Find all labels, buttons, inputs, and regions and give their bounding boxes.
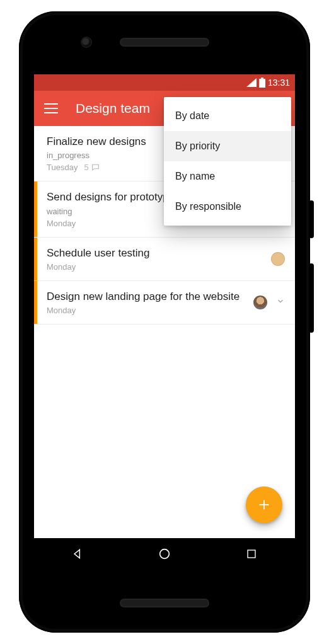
android-nav-bar [34,538,295,570]
expand-icon[interactable] [276,297,285,308]
recents-button[interactable] [233,544,270,564]
status-time: 13:31 [268,78,290,88]
status-bar: 13:31 [34,74,295,91]
sort-option-name[interactable]: By name [164,161,291,192]
task-day: Monday [47,262,76,272]
svg-point-4 [160,549,170,559]
svg-rect-5 [248,550,255,558]
task-day: Monday [47,306,76,315]
task-row[interactable]: Design new landing page for the website … [34,281,295,325]
add-button[interactable] [246,486,282,523]
plus-icon [257,498,271,512]
sort-option-priority[interactable]: By priority [164,131,291,161]
menu-icon[interactable] [44,103,58,113]
sort-option-date[interactable]: By date [164,101,291,131]
comment-icon [91,163,100,171]
assignee-avatar [253,296,267,309]
priority-indicator [34,181,37,236]
task-row[interactable]: Schedule user testing Monday [34,238,295,281]
sort-menu: By date By priority By name By responsib… [164,97,291,226]
page-title: Design team [76,101,150,116]
phone-frame: 13:31 Design team Finalize new designs i… [19,11,310,633]
battery-icon [259,78,265,88]
svg-rect-0 [259,79,265,88]
comment-count: 5 [84,163,99,172]
assignee-avatar [271,252,285,266]
front-camera [82,38,91,47]
comment-number: 5 [84,163,88,172]
home-button[interactable] [146,544,183,564]
task-title: Design new landing page for the website [47,290,284,303]
svg-rect-1 [261,78,263,79]
signal-icon [246,78,257,87]
back-button[interactable] [59,544,96,564]
task-day: Tuesday [47,163,78,172]
earpiece-speaker [121,39,208,45]
bottom-speaker [121,600,208,606]
phone-side-button [309,200,314,238]
priority-indicator [34,281,37,324]
screen: 13:31 Design team Finalize new designs i… [34,74,295,570]
task-title: Schedule user testing [47,246,284,260]
sort-option-responsible[interactable]: By responsible [164,192,291,222]
priority-indicator [34,238,37,280]
task-day: Monday [47,219,76,228]
phone-side-button [309,263,314,333]
